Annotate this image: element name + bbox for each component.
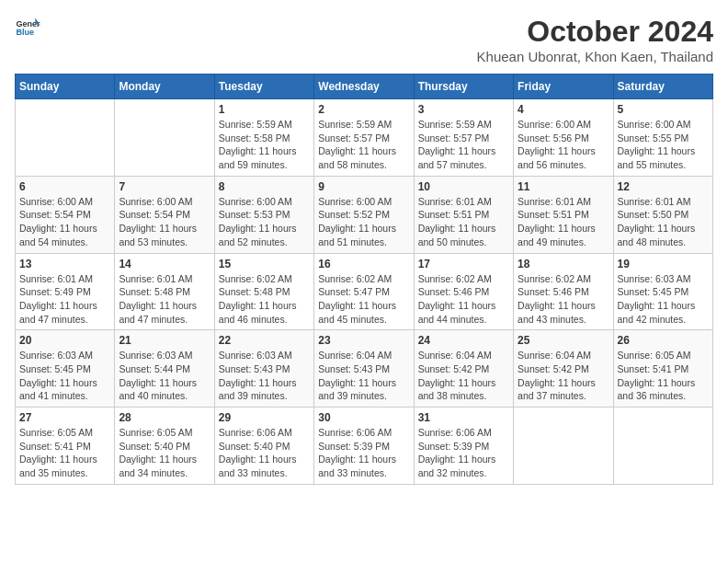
day-number: 13 <box>19 258 110 270</box>
day-number: 6 <box>19 180 110 193</box>
day-detail: Sunrise: 6:04 AMSunset: 5:42 PMDaylight:… <box>518 349 609 403</box>
calendar-cell: 29Sunrise: 6:06 AMSunset: 5:40 PMDayligh… <box>214 408 313 485</box>
day-number: 31 <box>418 411 509 424</box>
calendar-cell: 9Sunrise: 6:00 AMSunset: 5:52 PMDaylight… <box>314 176 414 253</box>
day-of-week-header: Friday <box>514 75 613 99</box>
day-number: 20 <box>19 334 110 347</box>
title-block: October 2024 Khuean Ubonrat, Khon Kaen, … <box>477 15 713 64</box>
calendar-cell: 10Sunrise: 6:01 AMSunset: 5:51 PMDayligh… <box>414 176 513 253</box>
day-number: 14 <box>119 258 210 270</box>
day-detail: Sunrise: 6:01 AMSunset: 5:50 PMDaylight:… <box>618 195 709 249</box>
day-number: 9 <box>318 180 409 193</box>
calendar-cell: 22Sunrise: 6:03 AMSunset: 5:43 PMDayligh… <box>214 330 313 408</box>
day-detail: Sunrise: 6:01 AMSunset: 5:49 PMDaylight:… <box>19 272 110 327</box>
calendar-table: SundayMondayTuesdayWednesdayThursdayFrid… <box>15 74 713 485</box>
calendar-cell: 5Sunrise: 6:00 AMSunset: 5:55 PMDaylight… <box>613 99 712 177</box>
day-detail: Sunrise: 6:06 AMSunset: 5:39 PMDaylight:… <box>418 426 509 480</box>
day-number: 19 <box>618 258 709 270</box>
day-detail: Sunrise: 6:05 AMSunset: 5:41 PMDaylight:… <box>19 426 110 480</box>
day-detail: Sunrise: 6:00 AMSunset: 5:52 PMDaylight:… <box>318 195 409 249</box>
day-detail: Sunrise: 6:05 AMSunset: 5:40 PMDaylight:… <box>119 426 210 480</box>
day-detail: Sunrise: 6:05 AMSunset: 5:41 PMDaylight:… <box>618 349 709 403</box>
calendar-cell: 17Sunrise: 6:02 AMSunset: 5:46 PMDayligh… <box>414 253 513 330</box>
calendar-cell: 13Sunrise: 6:01 AMSunset: 5:49 PMDayligh… <box>16 253 115 330</box>
calendar-header-row: SundayMondayTuesdayWednesdayThursdayFrid… <box>16 75 713 99</box>
day-number: 5 <box>618 103 709 116</box>
day-detail: Sunrise: 6:02 AMSunset: 5:46 PMDaylight:… <box>418 272 509 327</box>
calendar-cell <box>613 408 712 485</box>
calendar-cell: 7Sunrise: 6:00 AMSunset: 5:54 PMDaylight… <box>115 176 214 253</box>
day-detail: Sunrise: 6:03 AMSunset: 5:44 PMDaylight:… <box>119 349 210 403</box>
calendar-cell: 19Sunrise: 6:03 AMSunset: 5:45 PMDayligh… <box>613 253 712 330</box>
day-number: 18 <box>518 258 609 270</box>
day-number: 30 <box>318 411 409 424</box>
calendar-cell: 11Sunrise: 6:01 AMSunset: 5:51 PMDayligh… <box>514 176 613 253</box>
calendar-cell: 18Sunrise: 6:02 AMSunset: 5:46 PMDayligh… <box>514 253 613 330</box>
calendar-cell: 26Sunrise: 6:05 AMSunset: 5:41 PMDayligh… <box>613 330 712 408</box>
calendar-week-row: 27Sunrise: 6:05 AMSunset: 5:41 PMDayligh… <box>16 408 713 485</box>
calendar-cell: 28Sunrise: 6:05 AMSunset: 5:40 PMDayligh… <box>115 408 214 485</box>
calendar-cell: 12Sunrise: 6:01 AMSunset: 5:50 PMDayligh… <box>613 176 712 253</box>
day-number: 23 <box>318 334 409 347</box>
day-number: 3 <box>418 103 509 116</box>
day-of-week-header: Thursday <box>414 75 513 99</box>
day-number: 2 <box>318 103 409 116</box>
day-number: 17 <box>418 258 509 270</box>
day-number: 15 <box>219 258 310 270</box>
calendar-cell: 16Sunrise: 6:02 AMSunset: 5:47 PMDayligh… <box>314 253 414 330</box>
day-number: 28 <box>119 411 210 424</box>
day-detail: Sunrise: 6:02 AMSunset: 5:48 PMDaylight:… <box>219 272 310 327</box>
day-detail: Sunrise: 6:00 AMSunset: 5:53 PMDaylight:… <box>219 195 310 249</box>
day-detail: Sunrise: 6:00 AMSunset: 5:55 PMDaylight:… <box>618 118 709 172</box>
calendar-week-row: 20Sunrise: 6:03 AMSunset: 5:45 PMDayligh… <box>16 330 713 408</box>
calendar-cell <box>514 408 613 485</box>
day-detail: Sunrise: 6:00 AMSunset: 5:56 PMDaylight:… <box>518 118 609 172</box>
day-number: 24 <box>418 334 509 347</box>
calendar-cell: 1Sunrise: 5:59 AMSunset: 5:58 PMDaylight… <box>214 99 313 177</box>
calendar-cell <box>115 99 214 177</box>
calendar-cell: 25Sunrise: 6:04 AMSunset: 5:42 PMDayligh… <box>514 330 613 408</box>
day-detail: Sunrise: 6:02 AMSunset: 5:46 PMDaylight:… <box>518 272 609 327</box>
day-of-week-header: Sunday <box>16 75 115 99</box>
day-detail: Sunrise: 6:06 AMSunset: 5:40 PMDaylight:… <box>219 426 310 480</box>
day-number: 10 <box>418 180 509 193</box>
calendar-cell: 4Sunrise: 6:00 AMSunset: 5:56 PMDaylight… <box>514 99 613 177</box>
day-number: 12 <box>618 180 709 193</box>
day-of-week-header: Monday <box>115 75 214 99</box>
day-number: 8 <box>219 180 310 193</box>
page-header: General Blue October 2024 Khuean Ubonrat… <box>15 15 713 64</box>
day-detail: Sunrise: 6:00 AMSunset: 5:54 PMDaylight:… <box>119 195 210 249</box>
day-number: 21 <box>119 334 210 347</box>
day-detail: Sunrise: 6:03 AMSunset: 5:45 PMDaylight:… <box>618 272 709 327</box>
calendar-cell: 15Sunrise: 6:02 AMSunset: 5:48 PMDayligh… <box>214 253 313 330</box>
calendar-cell: 8Sunrise: 6:00 AMSunset: 5:53 PMDaylight… <box>214 176 313 253</box>
calendar-cell: 3Sunrise: 5:59 AMSunset: 5:57 PMDaylight… <box>414 99 513 177</box>
day-of-week-header: Wednesday <box>314 75 414 99</box>
day-detail: Sunrise: 6:06 AMSunset: 5:39 PMDaylight:… <box>318 426 409 480</box>
day-of-week-header: Saturday <box>613 75 712 99</box>
calendar-cell <box>16 99 115 177</box>
day-detail: Sunrise: 5:59 AMSunset: 5:57 PMDaylight:… <box>318 118 409 172</box>
day-number: 7 <box>119 180 210 193</box>
location-title: Khuean Ubonrat, Khon Kaen, Thailand <box>477 49 713 64</box>
day-number: 1 <box>219 103 310 116</box>
calendar-week-row: 6Sunrise: 6:00 AMSunset: 5:54 PMDaylight… <box>16 176 713 253</box>
calendar-cell: 21Sunrise: 6:03 AMSunset: 5:44 PMDayligh… <box>115 330 214 408</box>
calendar-cell: 20Sunrise: 6:03 AMSunset: 5:45 PMDayligh… <box>16 330 115 408</box>
day-number: 26 <box>618 334 709 347</box>
day-detail: Sunrise: 5:59 AMSunset: 5:57 PMDaylight:… <box>418 118 509 172</box>
svg-text:Blue: Blue <box>16 28 34 37</box>
day-detail: Sunrise: 6:01 AMSunset: 5:51 PMDaylight:… <box>518 195 609 249</box>
calendar-cell: 14Sunrise: 6:01 AMSunset: 5:48 PMDayligh… <box>115 253 214 330</box>
day-number: 16 <box>318 258 409 270</box>
day-number: 25 <box>518 334 609 347</box>
calendar-week-row: 13Sunrise: 6:01 AMSunset: 5:49 PMDayligh… <box>16 253 713 330</box>
calendar-cell: 6Sunrise: 6:00 AMSunset: 5:54 PMDaylight… <box>16 176 115 253</box>
day-number: 29 <box>219 411 310 424</box>
calendar-cell: 30Sunrise: 6:06 AMSunset: 5:39 PMDayligh… <box>314 408 414 485</box>
calendar-cell: 24Sunrise: 6:04 AMSunset: 5:42 PMDayligh… <box>414 330 513 408</box>
logo: General Blue <box>15 15 40 40</box>
day-number: 22 <box>219 334 310 347</box>
calendar-cell: 2Sunrise: 5:59 AMSunset: 5:57 PMDaylight… <box>314 99 414 177</box>
day-detail: Sunrise: 6:00 AMSunset: 5:54 PMDaylight:… <box>19 195 110 249</box>
